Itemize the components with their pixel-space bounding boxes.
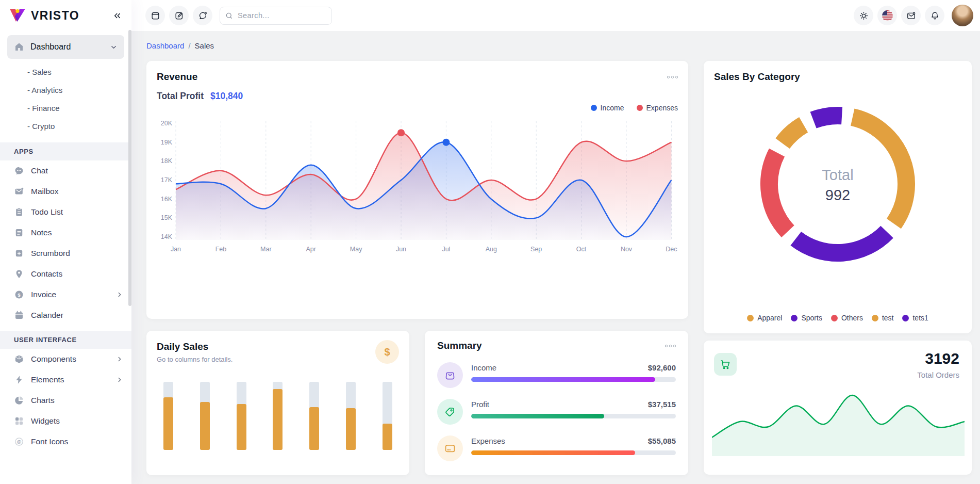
sidebar-item-dashboard[interactable]: Dashboard: [7, 35, 124, 59]
sidebar-item-contacts[interactable]: Contacts: [0, 264, 131, 284]
theme-toggle-button[interactable]: [854, 6, 873, 25]
summary-row-profit: Profit$37,515: [437, 399, 676, 425]
sidebar-item-widgets[interactable]: Widgets: [0, 411, 131, 431]
legend-item-expenses[interactable]: Expenses: [637, 104, 678, 112]
chevron-down-icon: [110, 43, 118, 51]
invoice-icon: $: [14, 289, 24, 300]
breadcrumb-dashboard-link[interactable]: Dashboard: [146, 41, 184, 50]
edit-icon: [174, 11, 184, 21]
app-title: VRISTO: [31, 9, 112, 23]
summary-title: Summary: [437, 340, 482, 351]
sidebar-item-invoice[interactable]: $Invoice: [0, 284, 131, 305]
breadcrumb-separator: /: [188, 41, 190, 50]
revenue-menu-button[interactable]: [666, 76, 678, 78]
daily-sales-card: Daily Sales Go to columns for details. $: [146, 331, 409, 475]
category-donut-chart: Total 992: [758, 104, 918, 266]
edit-shortcut-button[interactable]: [169, 6, 189, 25]
shopping-bag-icon: [437, 362, 463, 388]
legend-item-test[interactable]: test: [872, 314, 894, 322]
legend-label: Others: [841, 314, 863, 322]
dollar-circle-icon: $: [375, 340, 399, 364]
daily-sales-title: Daily Sales: [157, 341, 399, 352]
sidebar-subitem-sales[interactable]: Sales: [0, 63, 131, 81]
legend-item-apparel[interactable]: Apparel: [747, 314, 782, 322]
summary-row-label: Expenses: [471, 437, 505, 445]
daily-sales-bar: [163, 382, 173, 450]
chat-shortcut-button[interactable]: [193, 6, 212, 25]
calendar-shortcut-button[interactable]: [145, 6, 165, 25]
legend-label: Sports: [801, 314, 822, 322]
sidebar-item-font-icons[interactable]: @Font Icons: [0, 431, 131, 452]
top-header: [131, 0, 980, 31]
sidebar-item-mailbox[interactable]: Mailbox: [0, 181, 131, 202]
notifications-button[interactable]: [925, 6, 944, 25]
sidebar-subitem-crypto[interactable]: Crypto: [0, 117, 131, 135]
summary-menu-button[interactable]: [663, 345, 676, 347]
sales-by-category-title: Sales By Category: [714, 71, 961, 83]
sidebar-item-elements[interactable]: Elements: [0, 369, 131, 390]
bell-icon: [930, 11, 940, 21]
sidebar-subitem-finance[interactable]: Finance: [0, 99, 131, 117]
svg-text:15K: 15K: [161, 214, 173, 221]
summary-progress-track: [471, 414, 676, 418]
sidebar-item-label: Chat: [31, 166, 123, 175]
legend-dot: [637, 105, 643, 111]
summary-progress-track: [471, 377, 676, 382]
daily-sales-bar: [383, 382, 392, 450]
sidebar-subitem-analytics[interactable]: Analytics: [0, 81, 131, 99]
mail-icon: [906, 11, 916, 21]
chevron-right-icon: [116, 356, 123, 363]
legend-item-tets1[interactable]: tets1: [902, 314, 928, 322]
chat-icon: [198, 11, 208, 21]
legend-dot: [791, 315, 798, 321]
sidebar-item-label: Charts: [31, 396, 123, 405]
revenue-line-chart: 20K19K18K17K16K15K14KJanFebMarAprMayJunJ…: [157, 116, 678, 258]
svg-text:Jun: Jun: [396, 246, 406, 253]
sidebar-item-scrumbord[interactable]: Scrumbord: [0, 243, 131, 264]
tag-icon: [437, 399, 463, 425]
summary-row-value: $92,600: [648, 363, 676, 372]
vristo-logo-icon: [8, 6, 27, 25]
sidebar-scrollbar-thumb[interactable]: [128, 30, 131, 306]
legend-item-sports[interactable]: Sports: [791, 314, 822, 322]
sidebar-item-notes[interactable]: Notes: [0, 222, 131, 243]
total-orders-label: Total Orders: [917, 370, 959, 379]
language-button[interactable]: [877, 6, 897, 25]
breadcrumb: Dashboard / Sales: [146, 41, 972, 50]
home-icon: [14, 42, 24, 52]
logo-row: VRISTO: [0, 0, 131, 30]
sidebar-item-label: Elements: [31, 375, 116, 384]
sidebar-item-chat[interactable]: Chat: [0, 160, 131, 181]
orders-area-chart: [712, 390, 965, 456]
revenue-title: Revenue: [157, 71, 197, 83]
sidebar-item-charts[interactable]: Charts: [0, 390, 131, 411]
revenue-legend: IncomeExpenses: [157, 104, 678, 112]
sidebar-item-calander[interactable]: Calander: [0, 305, 131, 326]
search-input[interactable]: [220, 7, 332, 25]
legend-item-income[interactable]: Income: [591, 104, 624, 112]
sidebar-section-apps: APPS: [0, 142, 131, 160]
summary-rows: Income$92,600Profit$37,515Expenses$55,08…: [437, 362, 676, 461]
category-legend: ApparelSportsOtherstesttets1: [714, 314, 961, 323]
total-orders-value: 3192: [925, 350, 959, 367]
calendar-icon: [151, 11, 160, 21]
daily-sales-bar: [346, 382, 356, 450]
summary-row-body: Profit$37,515: [471, 399, 676, 418]
svg-text:@: @: [17, 439, 22, 444]
messages-button[interactable]: [901, 6, 921, 25]
svg-text:May: May: [350, 246, 362, 253]
summary-row-value: $55,085: [648, 437, 676, 445]
user-avatar[interactable]: [952, 5, 973, 26]
sidebar-item-label: Invoice: [31, 290, 116, 299]
mailbox-icon: [14, 186, 24, 197]
legend-label: Expenses: [646, 104, 678, 112]
sidebar-collapse-button[interactable]: [112, 11, 122, 21]
charts-icon: [14, 395, 24, 406]
legend-item-others[interactable]: Others: [831, 314, 863, 322]
contacts-icon: [14, 269, 24, 279]
sidebar-item-components[interactable]: Components: [0, 349, 131, 369]
us-flag-icon: [882, 10, 893, 21]
sidebar-item-todo-list[interactable]: Todo List: [0, 202, 131, 222]
calendar-icon: [14, 310, 24, 320]
sidebar-item-label: Widgets: [31, 416, 123, 426]
